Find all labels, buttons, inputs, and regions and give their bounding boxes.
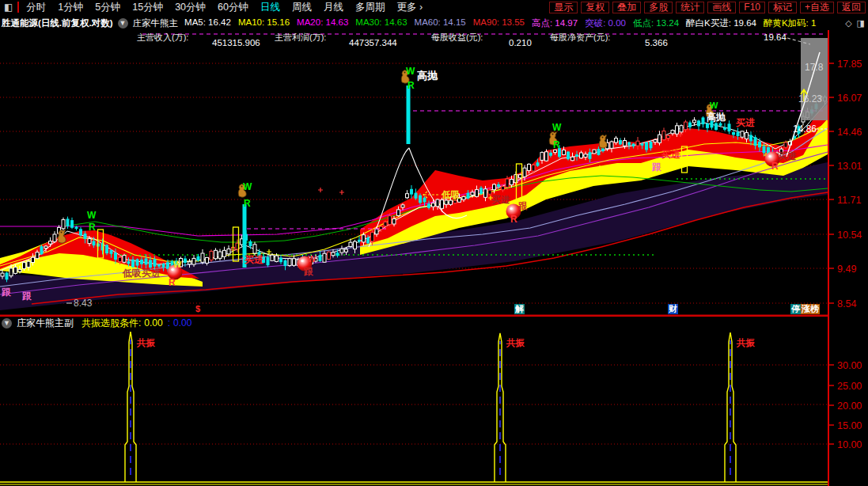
action-button-2[interactable]: 复权 [581, 2, 609, 13]
plus-mark [267, 249, 271, 254]
svg-text:W: W [710, 101, 718, 110]
svg-text:W: W [406, 66, 415, 77]
action-button-1[interactable]: 显示 [549, 2, 578, 13]
plus-mark [318, 188, 323, 192]
price-axis: 17.8516.0714.4613.0111.7110.549.498.5430… [828, 30, 862, 486]
action-button-4[interactable]: 多股 [644, 2, 673, 13]
svg-text:W: W [243, 181, 252, 192]
svg-text:跟: 跟 [21, 290, 32, 302]
indicator-value-5: MA60: 14.15 [415, 17, 466, 29]
svg-text:W: W [173, 260, 182, 269]
indicator-value-9: 低点: 13.24 [633, 17, 679, 29]
svg-text:17.85: 17.85 [837, 59, 862, 70]
svg-text:高抛: 高抛 [417, 70, 438, 82]
resonance-separator: : [168, 317, 170, 328]
fundamental-value-2: 447357.344 [349, 38, 397, 47]
svg-text:↑买进: ↑买进 [240, 254, 263, 265]
svg-text:买进: 买进 [491, 195, 510, 204]
sub-gridlines [0, 365, 828, 444]
sub-indicator-header: ▼ 庄家牛熊主副 共振选股条件: 0.00 : 0.00 [2, 317, 191, 328]
stock-title: 胜通能源(日线.前复权.对数) [2, 17, 113, 29]
svg-text:10.54: 10.54 [837, 230, 862, 241]
svg-text:19.64: 19.64 [764, 32, 787, 42]
indicator-value-10: 醉白K买进: 19.64 [686, 17, 756, 29]
timeframe-10[interactable]: 多周期 [355, 1, 385, 14]
indicator-value-3: MA20: 14.63 [297, 17, 348, 29]
svg-text:15.00: 15.00 [837, 420, 862, 431]
panel-split-icon[interactable]: ◨ [857, 18, 865, 28]
sub-indicator-name[interactable]: 庄家牛熊主副 [17, 317, 74, 330]
svg-text:跟: 跟 [651, 161, 661, 173]
main-chart-svg: WR跟跟低吸买进WRWR↑买进W跟W高抛R低吸买进跟RWR跟买进W高抛买进买进R… [0, 0, 868, 486]
svg-text:R: R [553, 139, 560, 150]
timeframe-3[interactable]: 5分钟 [95, 1, 120, 14]
timeframe-9[interactable]: 月线 [324, 1, 343, 14]
bottom-marker-5[interactable]: 涨榜 [801, 304, 820, 314]
timeframe-4[interactable]: 15分钟 [132, 1, 163, 14]
fundamental-label-4: 每股净资产(元): [550, 32, 610, 44]
action-button-5[interactable]: 统计 [676, 2, 704, 13]
app-window-icon[interactable]: ◧ [4, 2, 13, 13]
timeframe-11[interactable]: 更多 › [396, 1, 423, 14]
action-button-9[interactable]: +自选 [800, 2, 834, 13]
svg-text:低吸: 低吸 [441, 189, 461, 200]
svg-text:14.46: 14.46 [837, 127, 862, 138]
indicator-value-11: 醉黄K加码: 1 [764, 17, 816, 29]
svg-text:R: R [407, 80, 415, 91]
indicator-value-2: MA10: 15.16 [238, 17, 290, 29]
action-button-3[interactable]: 叠加 [612, 2, 641, 13]
timeframe-6[interactable]: 60分钟 [218, 1, 248, 14]
header-icons: ◇ ◨ [845, 18, 865, 28]
plus-mark [339, 190, 344, 195]
indicator-value-6: MA90: 13.55 [473, 17, 525, 29]
svg-text:跟: 跟 [303, 266, 313, 277]
indicator-value-8: 突破: 0.00 [585, 17, 626, 29]
timeframe-2[interactable]: 1分钟 [58, 1, 83, 14]
action-button-8[interactable]: 标记 [768, 2, 797, 13]
toolbar-divider [17, 2, 19, 13]
timeframe-1[interactable]: 分时 [26, 1, 46, 14]
svg-text:30.00: 30.00 [837, 360, 862, 371]
svg-text:16.07: 16.07 [837, 93, 862, 104]
chevron-down-icon[interactable]: ▼ [118, 18, 128, 28]
svg-text:8.43: 8.43 [74, 298, 93, 309]
svg-text:14.86: 14.86 [793, 123, 817, 135]
svg-text:17.8: 17.8 [805, 62, 824, 73]
fundamental-label-1: 主营收入(万): [137, 32, 188, 44]
svg-text:跟: 跟 [517, 201, 528, 211]
svg-text:W: W [308, 254, 316, 264]
bottom-marker-2[interactable]: 解 [514, 304, 525, 314]
ghost-info-box [801, 38, 829, 120]
fundamental-value-3: 0.210 [509, 38, 532, 47]
bottom-marker-4[interactable]: 停 [790, 304, 801, 314]
main-indicator-name[interactable]: 庄家牛熊主 [133, 17, 179, 29]
toolbar-actions: 显示复权叠加多股统计画线F10标记+自选返回 [549, 2, 866, 13]
action-button-6[interactable]: 画线 [707, 2, 736, 13]
chevron-down-icon[interactable]: ▼ [2, 318, 12, 328]
svg-text:买进: 买进 [778, 151, 796, 161]
indicator-value-1: MA5: 16.42 [184, 17, 231, 29]
svg-text:跟: 跟 [1, 287, 11, 298]
svg-text:共振: 共振 [136, 338, 156, 348]
svg-text:R: R [771, 161, 779, 172]
svg-text:买进: 买进 [736, 117, 755, 128]
resonance-value-2: 0.00 [173, 317, 191, 328]
chart-header: 胜通能源(日线.前复权.对数) ▼ 庄家牛熊主 MA5: 16.42MA10: … [0, 17, 868, 29]
action-button-7[interactable]: F10 [739, 2, 765, 13]
action-button-10[interactable]: 返回 [837, 2, 866, 13]
resonance-spikes: 共振共振共振 [125, 332, 756, 482]
svg-text:W: W [87, 210, 97, 221]
svg-text:W: W [552, 122, 562, 133]
bottom-marker-3[interactable]: 财 [668, 304, 678, 314]
svg-text:共振: 共振 [736, 338, 756, 348]
svg-text:10.00: 10.00 [837, 439, 862, 450]
diamond-icon[interactable]: ◇ [845, 18, 851, 28]
timeframe-8[interactable]: 周线 [292, 1, 312, 14]
svg-text:25.00: 25.00 [837, 381, 862, 392]
bottom-marker-1[interactable]: $ [195, 304, 201, 314]
timeframe-7[interactable]: 日线 [260, 1, 280, 14]
timeframe-5[interactable]: 30分钟 [175, 1, 206, 14]
svg-text:R: R [510, 214, 517, 225]
fundamental-label-2: 主营利润(万): [275, 32, 326, 44]
svg-text:低吸买进: 低吸买进 [122, 268, 161, 279]
